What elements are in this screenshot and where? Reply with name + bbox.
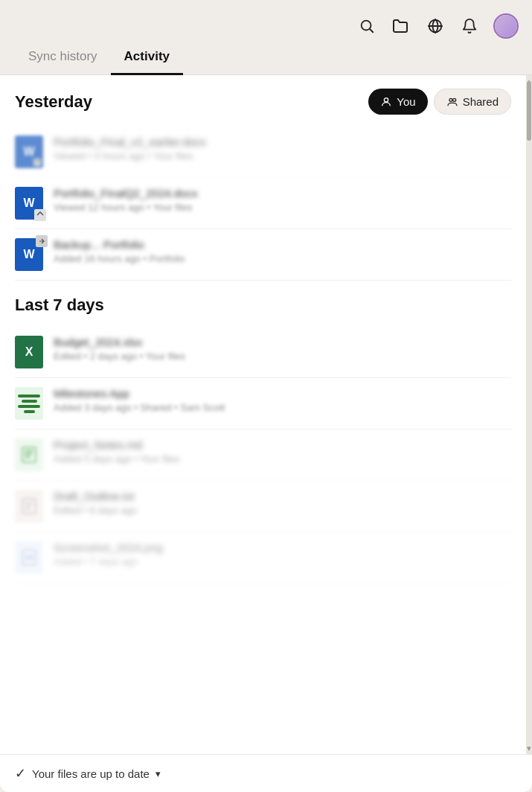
small-green-icon: [15, 438, 43, 471]
file-meta: Added 3 days ago • Shared • Sam Scott: [54, 402, 511, 413]
file-name: Portfolio_Final_v2_earlier.docx: [54, 135, 511, 148]
list-item[interactable]: W Backup... Portfolio Added 16 hours ago…: [15, 229, 511, 281]
svg-point-0: [362, 21, 371, 31]
file-info: Budget_2024.xlsx Edited • 2 days ago • Y…: [54, 336, 511, 362]
list-item[interactable]: Draft_Outline.txt Edited • 6 days ago: [15, 481, 511, 532]
file-info: Project_Notes.md Added 5 days ago • Your…: [54, 438, 511, 464]
dropdown-icon[interactable]: ▾: [156, 768, 161, 779]
list-item[interactable]: W Portfolio_FinalQ2_2024.docx Viewed 12 …: [15, 178, 511, 229]
file-info: Screenshot_2024.png Added • 7 days ago: [54, 541, 511, 567]
tab-activity[interactable]: Activity: [111, 42, 183, 75]
file-name: Screenshot_2024.png: [54, 541, 511, 554]
last7days-header: Last 7 days: [15, 296, 511, 315]
globe-icon[interactable]: [425, 16, 446, 36]
file-meta: Added • 7 days ago: [54, 556, 511, 567]
list-item[interactable]: Milestones App Added 3 days ago • Shared…: [15, 378, 511, 429]
svg-rect-7: [25, 450, 33, 452]
main-content: Yesterday You Shared W: [0, 75, 532, 754]
list-item[interactable]: Project_Notes.md Added 5 days ago • Your…: [15, 429, 511, 481]
file-info: Portfolio_Final_v2_earlier.docx Viewed •…: [54, 135, 511, 162]
status-text: Your files are up to date: [32, 767, 150, 780]
file-meta: Viewed 12 hours ago • Your files: [54, 202, 511, 213]
file-name: Milestones App: [54, 387, 511, 400]
yesterday-list: W Portfolio_Final_v2_earlier.docx Viewed…: [15, 127, 511, 281]
file-name: Backup... Portfolio: [54, 238, 511, 251]
svg-rect-8: [25, 453, 32, 455]
folder-icon[interactable]: [391, 16, 411, 36]
filter-buttons: You Shared: [368, 89, 511, 115]
word-file-icon: W: [15, 135, 43, 168]
you-filter-button[interactable]: You: [368, 89, 427, 115]
greenbar-file-icon: [15, 387, 43, 420]
file-name: Draft_Outline.txt: [54, 490, 511, 502]
excel-file-icon: X: [15, 336, 43, 368]
file-info: Milestones App Added 3 days ago • Shared…: [54, 387, 511, 413]
list-item[interactable]: W Portfolio_Final_v2_earlier.docx Viewed…: [15, 127, 511, 178]
last7days-list: X Budget_2024.xlsx Edited • 2 days ago •…: [15, 327, 511, 584]
bottom-bar: ✓ Your files are up to date ▾: [0, 754, 532, 792]
scroll-area: Yesterday You Shared W: [0, 75, 526, 754]
svg-line-1: [370, 29, 373, 32]
file-name: Portfolio_FinalQ2_2024.docx: [54, 187, 511, 199]
file-meta: Edited • 2 days ago • Your files: [54, 351, 511, 362]
top-bar: [0, 0, 532, 42]
file-info: Draft_Outline.txt Edited • 6 days ago: [54, 490, 511, 516]
check-icon: ✓: [15, 765, 26, 782]
last7days-title: Last 7 days: [15, 296, 104, 315]
svg-rect-9: [25, 456, 31, 458]
list-item[interactable]: X Budget_2024.xlsx Edited • 2 days ago •…: [15, 327, 511, 378]
file-meta: Edited • 6 days ago: [54, 505, 511, 516]
list-item[interactable]: Screenshot_2024.png Added • 7 days ago: [15, 532, 511, 584]
generic-file-icon: [15, 490, 43, 523]
scrollbar-arrow-down[interactable]: ▼: [526, 742, 532, 754]
svg-point-3: [385, 98, 388, 101]
file-info: Portfolio_FinalQ2_2024.docx Viewed 12 ho…: [54, 187, 511, 213]
generic2-file-icon: [15, 541, 43, 574]
svg-point-4: [449, 98, 452, 101]
tab-sync-history[interactable]: Sync history: [15, 42, 111, 75]
scrollbar-track[interactable]: ▲ ▼: [526, 75, 532, 754]
search-icon[interactable]: [356, 16, 377, 36]
svg-rect-12: [25, 555, 33, 561]
file-info: Backup... Portfolio Added 16 hours ago •…: [54, 238, 511, 264]
yesterday-title: Yesterday: [15, 92, 92, 112]
file-meta: Added 16 hours ago • Portfolio: [54, 253, 511, 264]
yesterday-header: Yesterday You Shared: [15, 89, 511, 115]
bell-icon[interactable]: [459, 16, 480, 36]
svg-point-5: [452, 98, 455, 101]
file-meta: Added 5 days ago • Your files: [54, 453, 511, 464]
tab-bar: Sync history Activity: [0, 42, 532, 75]
file-meta: Viewed • 4 hours ago • Your files: [54, 150, 511, 162]
file-name: Project_Notes.md: [54, 438, 511, 451]
file-name: Budget_2024.xlsx: [54, 336, 511, 348]
scrollbar-thumb[interactable]: [527, 81, 531, 141]
avatar[interactable]: [493, 13, 519, 39]
shared-filter-button[interactable]: Shared: [434, 89, 511, 115]
